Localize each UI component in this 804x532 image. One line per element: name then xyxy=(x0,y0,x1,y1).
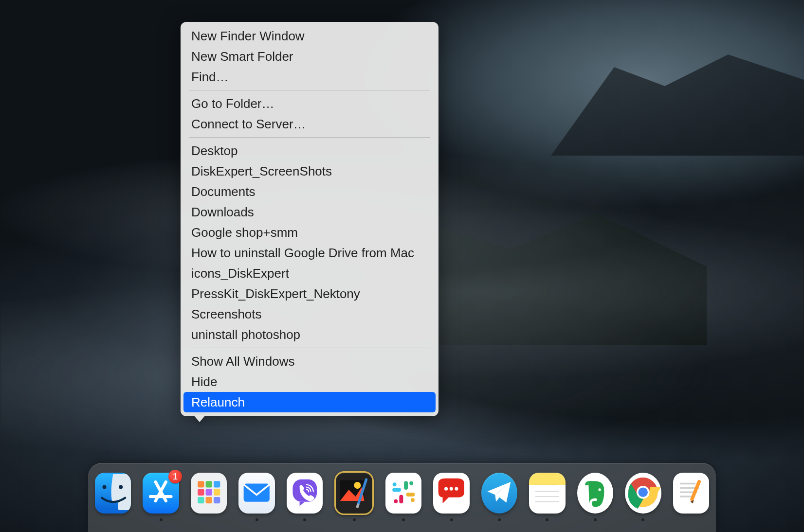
svg-point-26 xyxy=(444,487,448,490)
svg-rect-10 xyxy=(206,497,212,503)
launchpad-icon xyxy=(191,474,227,512)
svg-rect-8 xyxy=(214,489,220,495)
telegram-icon xyxy=(481,474,517,512)
menu-item-folder-desktop[interactable]: Desktop xyxy=(181,141,439,161)
menu-separator xyxy=(189,90,430,90)
svg-point-15 xyxy=(354,482,361,489)
dock-app-chrome[interactable] xyxy=(625,473,661,514)
svg-point-23 xyxy=(411,498,415,502)
dock: 1 xyxy=(88,463,716,532)
svg-point-27 xyxy=(450,487,453,490)
menu-item-folder-uninstall-ps[interactable]: uninstall photoshop xyxy=(181,324,439,345)
running-indicator xyxy=(256,518,258,521)
running-indicator xyxy=(303,518,306,521)
dock-app-notes[interactable] xyxy=(529,473,565,514)
appstore-badge: 1 xyxy=(168,470,182,483)
svg-point-28 xyxy=(455,487,458,490)
menu-item-folder-documents[interactable]: Documents xyxy=(181,181,439,202)
menu-item-hide[interactable]: Hide xyxy=(181,372,439,392)
running-indicator xyxy=(594,518,597,521)
running-indicator xyxy=(160,518,163,521)
running-indicator xyxy=(353,518,356,521)
svg-point-19 xyxy=(392,482,396,486)
svg-point-21 xyxy=(409,481,413,485)
menu-item-find[interactable]: Find… xyxy=(181,67,439,87)
finder-icon xyxy=(95,474,131,512)
svg-rect-3 xyxy=(198,481,204,487)
svg-rect-5 xyxy=(214,481,220,487)
svg-point-1 xyxy=(103,485,107,489)
menu-item-folder-icons-de[interactable]: icons_DiskExpert xyxy=(181,263,439,284)
svg-rect-17 xyxy=(356,503,360,508)
svg-point-33 xyxy=(598,488,601,491)
svg-rect-20 xyxy=(404,481,408,490)
svg-rect-12 xyxy=(244,483,270,501)
dock-app-telegram[interactable] xyxy=(481,473,517,514)
notes-icon xyxy=(529,474,565,512)
dock-app-pages[interactable] xyxy=(673,473,709,514)
dock-app-slack[interactable] xyxy=(385,473,421,514)
dock-app-chat[interactable] xyxy=(433,473,469,514)
svg-rect-7 xyxy=(206,489,212,495)
menu-item-new-smart-folder[interactable]: New Smart Folder xyxy=(181,46,439,67)
menu-item-new-finder-window[interactable]: New Finder Window xyxy=(181,26,439,46)
dock-app-viber[interactable] xyxy=(287,473,323,514)
running-indicator xyxy=(641,518,644,521)
svg-point-36 xyxy=(639,487,648,497)
svg-point-25 xyxy=(394,499,398,503)
dock-app-finder[interactable] xyxy=(95,473,131,514)
finder-context-menu: New Finder Window New Smart Folder Find…… xyxy=(181,22,439,416)
running-indicator xyxy=(450,518,453,521)
menu-item-folder-downloads[interactable]: Downloads xyxy=(181,202,439,222)
svg-rect-24 xyxy=(399,495,403,503)
svg-rect-11 xyxy=(214,497,220,503)
menu-item-folder-diskexpert-ss[interactable]: DiskExpert_ScreenShots xyxy=(181,161,439,181)
menu-item-folder-google-shop[interactable]: Google shop+smm xyxy=(181,222,439,243)
dock-app-appstore[interactable]: 1 xyxy=(143,473,179,514)
chat-bubble-icon xyxy=(433,474,469,512)
menu-item-connect-to-server[interactable]: Connect to Server… xyxy=(181,114,439,134)
svg-rect-18 xyxy=(392,488,401,492)
running-indicator xyxy=(402,518,405,521)
running-indicator xyxy=(498,518,501,521)
mail-icon xyxy=(238,474,274,512)
menu-item-folder-screenshots[interactable]: Screenshots xyxy=(181,304,439,324)
pixelmator-icon xyxy=(336,474,372,512)
svg-rect-6 xyxy=(198,489,204,495)
dock-app-evernote[interactable] xyxy=(577,473,613,514)
svg-rect-9 xyxy=(198,497,204,503)
evernote-icon xyxy=(577,474,613,512)
menu-separator xyxy=(189,137,430,138)
chrome-icon xyxy=(625,474,661,512)
menu-item-folder-uninstall-gd[interactable]: How to uninstall Google Drive from Mac xyxy=(181,243,439,263)
dock-app-mail[interactable] xyxy=(238,473,274,514)
menu-item-show-all-windows[interactable]: Show All Windows xyxy=(181,351,439,372)
viber-icon xyxy=(287,474,323,512)
pages-icon xyxy=(673,474,709,512)
running-indicator xyxy=(546,518,548,521)
slack-icon xyxy=(385,474,421,512)
menu-item-relaunch[interactable]: Relaunch xyxy=(183,392,436,412)
dock-app-pixelmator[interactable] xyxy=(334,471,373,515)
menu-item-folder-presskit[interactable]: PressKit_DiskExpert_Nektony xyxy=(181,284,439,304)
svg-point-2 xyxy=(119,485,123,489)
menu-separator xyxy=(189,348,430,348)
menu-item-go-to-folder[interactable]: Go to Folder… xyxy=(181,93,439,114)
svg-rect-22 xyxy=(406,493,415,497)
svg-rect-4 xyxy=(206,481,212,487)
dock-app-launchpad[interactable] xyxy=(191,473,227,514)
